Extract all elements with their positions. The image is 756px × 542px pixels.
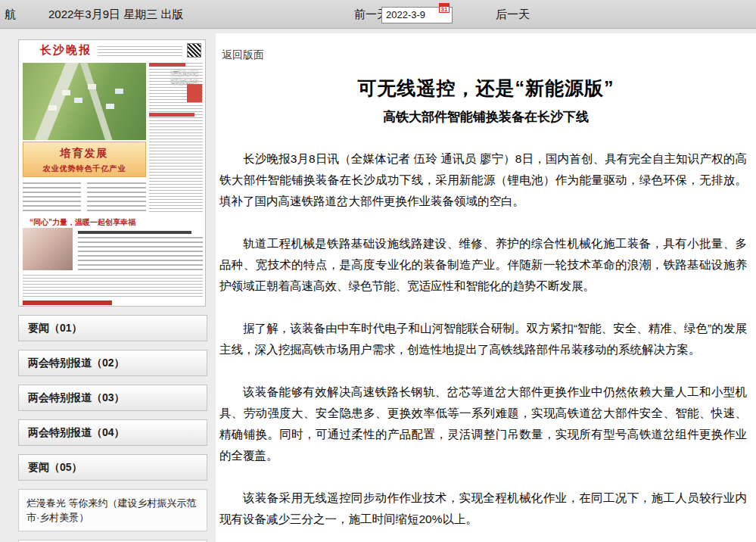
article-paragraph: 据了解，该装备由中车时代电子和山河智能联合研制。双方紧扣“智能、安全、精准、绿色… xyxy=(219,318,747,360)
mid-red-headline: “同心”力量，温暖一起创享幸福 xyxy=(30,217,143,228)
red-subhead-bar xyxy=(149,113,194,117)
date-picker: 31 xyxy=(381,0,453,29)
publish-date-label: 2022年3月9日 星期三 出版 xyxy=(48,0,183,29)
red-subhead-bar xyxy=(149,63,185,67)
article-paragraph: 该装备采用无线遥控同步动作作业技术，实现全程机械化作业，在同工况下，施工人员较行… xyxy=(219,487,747,530)
sidebar-section-item-03[interactable]: 两会特别报道（03） xyxy=(18,385,207,411)
article-body: 长沙晚报3月8日讯（全媒体记者 伍玲 通讯员 廖宁）8日，国内首创、具有完全自主… xyxy=(219,148,747,530)
next-day-button[interactable]: 后一天 xyxy=(496,0,530,29)
article-paragraph: 轨道工程机械是铁路基础设施线路建设、维修、养护的综合性机械化施工装备，具有小批量… xyxy=(219,233,747,297)
article-panel: 返回版面 可无线遥控，还是“新能源版” 高铁大部件智能铺换装备在长沙下线 长沙晚… xyxy=(216,33,756,542)
article-title: 可无线遥控，还是“新能源版” xyxy=(223,76,748,101)
page-thumbnail[interactable]: 长沙晚报 烂漫春光 等你来约 培育发展 农业优势特色千亿产业 “同心”力量，温暖… xyxy=(18,39,206,307)
feature-headline-box: 培育发展 农业优势特色千亿产业 xyxy=(23,142,146,177)
back-to-page-link[interactable]: 返回版面 xyxy=(222,48,264,62)
qr-code-icon xyxy=(187,43,201,58)
nav-link-partial[interactable]: 航 xyxy=(5,0,16,29)
feature-headline-line2: 农业优势特色千亿产业 xyxy=(43,164,126,173)
sidebar-section-item-01[interactable]: 要闻（01） xyxy=(18,315,207,341)
sidebar-section-item-02[interactable]: 两会特别报道（02） xyxy=(18,350,207,376)
sidebar-article-item-1[interactable]: 烂漫春光 等你来约（建设乡村振兴示范市·乡村美景） xyxy=(18,489,207,531)
photo-buildings-shape xyxy=(62,90,70,95)
person-photo xyxy=(23,228,73,270)
red-promo-box xyxy=(187,84,202,102)
photo-road-shape xyxy=(29,63,79,140)
text-column-block xyxy=(87,182,146,214)
text-column-block xyxy=(23,182,81,214)
bold-headline-bar xyxy=(78,231,191,234)
photo-road2-shape xyxy=(79,63,118,140)
red-banner xyxy=(23,301,112,305)
text-column-block xyxy=(23,275,203,297)
topbar: 航 2022年3月9日 星期三 出版 前一天 31 后一天 xyxy=(0,0,756,29)
masthead-small-text xyxy=(98,46,182,56)
sidebar: 长沙晚报 烂漫春光 等你来约 培育发展 农业优势特色千亿产业 “同心”力量，温暖… xyxy=(18,39,207,542)
epaper-reader-screen: 航 2022年3月9日 星期三 出版 前一天 31 后一天 长沙晚报 烂漫春光 … xyxy=(0,0,756,542)
aerial-village-photo xyxy=(23,63,146,140)
article-subtitle: 高铁大部件智能铺换装备在长沙下线 xyxy=(223,108,748,126)
calendar-icon[interactable]: 31 xyxy=(439,3,450,13)
article-paragraph: 长沙晚报3月8日讯（全媒体记者 伍玲 通讯员 廖宁）8日，国内首创、具有完全自主… xyxy=(219,148,747,212)
text-column-block xyxy=(78,237,203,270)
feature-headline-line1: 培育发展 xyxy=(61,147,109,159)
masthead-text: 长沙晚报 xyxy=(40,43,92,58)
sidebar-section-item-04[interactable]: 两会特别报道（04） xyxy=(18,419,207,446)
sidebar-section-item-05[interactable]: 要闻（05） xyxy=(18,454,207,481)
article-paragraph: 该装备能够有效解决高速铁路长钢轨、岔芯等道岔大部件更换作业中仍然依赖大量人工和小… xyxy=(219,382,747,466)
